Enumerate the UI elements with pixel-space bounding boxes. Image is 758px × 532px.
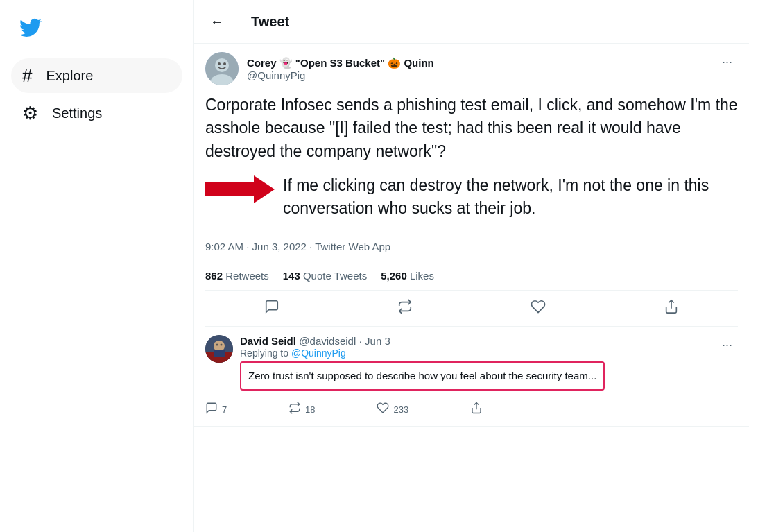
like-button[interactable]: [519, 293, 557, 323]
twitter-logo[interactable]: [11, 8, 182, 50]
reply-reply-button[interactable]: 7: [205, 402, 227, 418]
sidebar-item-explore-label: Explore: [46, 68, 93, 84]
retweet-icon: [397, 299, 413, 318]
svg-point-9: [214, 341, 225, 352]
quote-tweets-stat[interactable]: 143 Quote Tweets: [283, 270, 367, 282]
sidebar: # Explore ⚙ Settings: [0, 0, 194, 532]
reply-retweet-count: 18: [305, 404, 315, 415]
replying-to-link[interactable]: @QuinnyPig: [291, 347, 346, 359]
reply-icon: [264, 299, 279, 318]
likes-stat[interactable]: 5,260 Likes: [381, 270, 434, 282]
reply-avatar[interactable]: [205, 335, 233, 363]
tweet-actions: [205, 291, 738, 327]
reply-content: Zero trust isn't supposed to describe ho…: [240, 361, 605, 391]
tweet-stats: 862 Retweets 143 Quote Tweets 5,260 Like…: [205, 261, 738, 291]
reply-retweet-icon: [288, 402, 301, 418]
svg-point-11: [216, 343, 218, 345]
reply-author-row: David Seidl @davidseidl · Jun 3 Replying…: [205, 335, 738, 397]
svg-point-1: [215, 58, 229, 72]
share-icon: [664, 299, 679, 318]
red-arrow-indicator: [205, 175, 275, 209]
likes-label: Likes: [410, 270, 434, 282]
reply-button[interactable]: [253, 293, 291, 323]
reply-text-block: David Seidl @davidseidl · Jun 3 Replying…: [240, 335, 605, 397]
likes-count: 5,260: [381, 270, 407, 282]
explore-icon: #: [22, 67, 32, 85]
username[interactable]: @QuinnyPig: [247, 69, 434, 81]
like-icon: [531, 299, 546, 318]
sidebar-item-explore[interactable]: # Explore: [11, 58, 182, 93]
reply-display-name: David Seidl: [240, 335, 296, 347]
sidebar-item-settings-label: Settings: [52, 105, 102, 121]
display-name: Corey 👻 "Open S3 Bucket" 🎃 Quinn: [247, 57, 434, 69]
reply-reply-icon: [205, 402, 218, 418]
reply-share-icon: [470, 402, 483, 418]
avatar[interactable]: [205, 52, 239, 85]
retweets-count: 862: [205, 270, 223, 282]
reply-retweet-button[interactable]: 18: [288, 402, 315, 418]
reply-reply-count: 7: [222, 404, 227, 415]
more-button[interactable]: ···: [716, 52, 738, 72]
reply-share-button[interactable]: [470, 402, 483, 418]
author-text: Corey 👻 "Open S3 Bucket" 🎃 Quinn @Quinny…: [247, 57, 434, 81]
share-button[interactable]: [653, 293, 690, 323]
reply-more-button[interactable]: ···: [716, 335, 738, 355]
svg-marker-5: [205, 175, 275, 203]
author-row: Corey 👻 "Open S3 Bucket" 🎃 Quinn @Quinny…: [205, 52, 738, 85]
main-content: ← Tweet Corey 👻 "Op: [194, 0, 749, 532]
tweet-body: Corey 👻 "Open S3 Bucket" 🎃 Quinn @Quinny…: [194, 44, 749, 327]
reply-like-count: 233: [393, 404, 408, 415]
sidebar-item-settings[interactable]: ⚙ Settings: [11, 96, 182, 130]
reply-like-icon: [377, 402, 389, 418]
svg-point-4: [223, 62, 226, 65]
replying-to: Replying to @QuinnyPig: [240, 347, 605, 359]
tweet-text-part2-block: If me clicking can destroy the network, …: [205, 174, 738, 221]
quote-tweets-count: 143: [283, 270, 300, 282]
page-title: Tweet: [251, 14, 289, 30]
author-info: Corey 👻 "Open S3 Bucket" 🎃 Quinn @Quinny…: [205, 52, 434, 85]
reply-like-button[interactable]: 233: [377, 402, 408, 418]
quote-tweets-label: Quote Tweets: [303, 270, 367, 282]
reply-username: @davidseidl: [299, 335, 356, 347]
back-button[interactable]: ←: [205, 10, 229, 33]
svg-point-12: [221, 343, 223, 345]
tweet-text-part1: Corporate Infosec sends a phishing test …: [205, 94, 738, 163]
reply-item: David Seidl @davidseidl · Jun 3 Replying…: [194, 327, 749, 427]
tweet-meta: 9:02 AM · Jun 3, 2022 · Twitter Web App: [205, 232, 738, 261]
retweets-label: Retweets: [225, 270, 269, 282]
tweet-header: ← Tweet: [194, 0, 749, 44]
reply-date: · Jun 3: [359, 335, 390, 347]
retweets-stat[interactable]: 862 Retweets: [205, 270, 269, 282]
reply-author-info: David Seidl @davidseidl · Jun 3 Replying…: [205, 335, 605, 397]
svg-rect-10: [214, 350, 225, 357]
svg-point-3: [218, 62, 221, 65]
retweet-button[interactable]: [386, 293, 424, 323]
settings-icon: ⚙: [22, 104, 38, 122]
reply-actions: 7 18 233: [205, 399, 483, 418]
reply-author-name-line: David Seidl @davidseidl · Jun 3: [240, 335, 605, 347]
